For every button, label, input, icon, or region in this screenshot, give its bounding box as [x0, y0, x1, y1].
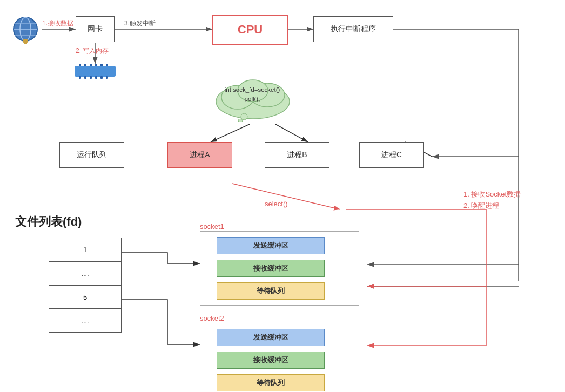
process-b-box: 进程B	[265, 142, 329, 168]
socket2-send-buf: 发送缓冲区	[217, 329, 325, 346]
select-label: select()	[265, 200, 288, 208]
write-mem-label: 2. 写入内存	[76, 46, 109, 56]
fd-cell-1: 1	[49, 238, 122, 261]
fd-cell-dots2: ....	[49, 309, 122, 333]
svg-line-7	[211, 124, 250, 142]
code-cloud: int sock_fd=socket() poll();	[211, 75, 294, 122]
cloud-line2: poll();	[245, 96, 260, 102]
right-note-line1: 1. 接收Socket数据	[463, 190, 521, 198]
interrupt-program-box: 执行中断程序	[313, 16, 393, 42]
socket2-recv-buf: 接收缓冲区	[217, 352, 325, 369]
fd-cell-dots1: ....	[49, 261, 122, 285]
svg-rect-25	[25, 43, 27, 44]
receive-data-label: 1.接收数据	[42, 19, 73, 28]
fd-title: 文件列表(fd)	[15, 214, 82, 230]
process-c-box: 进程C	[359, 142, 424, 168]
socket1-label: socket1	[200, 222, 224, 231]
right-note: 1. 接收Socket数据 2. 唤醒进程	[463, 189, 521, 212]
svg-rect-23	[23, 39, 28, 43]
cloud-line1: int sock_fd=socket()	[225, 86, 280, 93]
nic-box: 网卡	[76, 16, 115, 42]
trigger-interrupt-label: 3.触发中断	[124, 19, 156, 28]
memory-chip	[75, 64, 116, 79]
socket1-recv-buf: 接收缓冲区	[217, 260, 325, 277]
svg-point-31	[238, 119, 243, 122]
cpu-box: CPU	[212, 15, 288, 45]
fd-cell-5: 5	[49, 285, 122, 309]
svg-rect-24	[24, 43, 25, 44]
right-note-line2: 2. 唤醒进程	[463, 201, 499, 209]
diagram: 1.接收数据 网卡 3.触发中断 CPU 执行中断程序 2. 写入内存	[0, 0, 565, 392]
run-queue-box: 运行队列	[59, 142, 124, 168]
socket1-wait-queue: 等待队列	[217, 282, 325, 300]
socket1-send-buf: 发送缓冲区	[217, 237, 325, 254]
socket2-wait-queue: 等待队列	[217, 374, 325, 391]
network-icon	[11, 15, 40, 44]
socket2-container: 发送缓冲区 接收缓冲区 等待队列	[200, 323, 359, 392]
socket2-label: socket2	[200, 314, 224, 322]
svg-point-30	[241, 113, 247, 120]
socket1-container: 发送缓冲区 接收缓冲区 等待队列	[200, 231, 359, 306]
svg-line-8	[275, 124, 308, 142]
process-a-box: 进程A	[167, 142, 232, 168]
